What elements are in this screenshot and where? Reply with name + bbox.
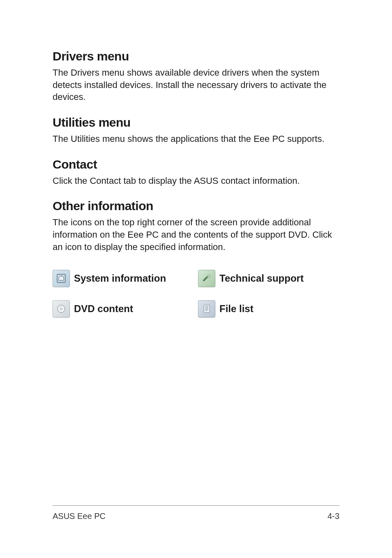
body-contact: Click the Contact tab to display the ASU… <box>53 175 339 187</box>
icon-label-dvd-content: DVD content <box>74 303 133 315</box>
page-footer: ASUS Eee PC 4-3 <box>53 505 339 521</box>
svg-rect-5 <box>204 305 210 313</box>
icon-label-file-list: File list <box>219 303 254 315</box>
icon-item-technical-support: Technical support <box>198 270 339 287</box>
heading-utilities-menu: Utilities menu <box>53 116 339 130</box>
body-utilities-menu: The Utilities menu shows the application… <box>53 133 339 145</box>
technical-support-icon[interactable] <box>198 270 215 287</box>
footer-page-number: 4-3 <box>327 512 339 521</box>
system-information-icon[interactable] <box>53 270 70 287</box>
icon-grid: System information Technical support <box>53 270 339 317</box>
icon-item-system-information: System information <box>53 270 194 287</box>
body-other-information: The icons on the top right corner of the… <box>53 216 339 253</box>
body-drivers-menu: The Drivers menu shows available device … <box>53 67 339 103</box>
footer-product-name: ASUS Eee PC <box>53 512 106 521</box>
dvd-content-icon[interactable] <box>53 300 70 317</box>
icon-item-file-list: File list <box>198 300 339 317</box>
file-list-icon[interactable] <box>198 300 215 317</box>
icon-label-system-information: System information <box>74 273 166 284</box>
heading-contact: Contact <box>53 157 339 171</box>
icon-label-technical-support: Technical support <box>219 273 304 284</box>
heading-drivers-menu: Drivers menu <box>53 49 339 63</box>
svg-point-4 <box>60 308 62 310</box>
icon-item-dvd-content: DVD content <box>53 300 194 317</box>
heading-other-information: Other information <box>53 199 339 213</box>
page-content: Drivers menu The Drivers menu shows avai… <box>0 0 392 317</box>
